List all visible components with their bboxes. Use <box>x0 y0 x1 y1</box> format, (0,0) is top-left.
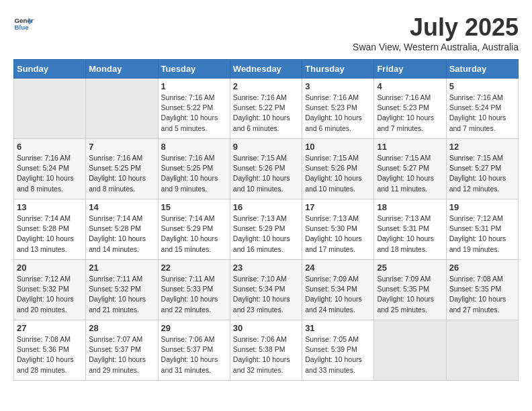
calendar-cell: 11Sunrise: 7:15 AMSunset: 5:27 PMDayligh… <box>374 139 446 199</box>
day-number: 1 <box>161 81 227 91</box>
calendar: SundayMondayTuesdayWednesdayThursdayFrid… <box>13 59 519 381</box>
calendar-cell: 10Sunrise: 7:15 AMSunset: 5:26 PMDayligh… <box>302 139 374 199</box>
calendar-cell: 24Sunrise: 7:09 AMSunset: 5:34 PMDayligh… <box>302 260 374 320</box>
day-info: Sunrise: 7:13 AMSunset: 5:31 PMDaylight:… <box>377 214 443 255</box>
logo: General Blue <box>13 13 34 34</box>
day-number: 23 <box>233 263 299 273</box>
calendar-cell <box>86 79 158 139</box>
day-number: 28 <box>89 323 154 333</box>
calendar-cell: 18Sunrise: 7:13 AMSunset: 5:31 PMDayligh… <box>374 199 446 260</box>
calendar-cell: 31Sunrise: 7:05 AMSunset: 5:39 PMDayligh… <box>302 320 374 381</box>
calendar-cell: 21Sunrise: 7:11 AMSunset: 5:32 PMDayligh… <box>86 260 158 320</box>
calendar-cell: 22Sunrise: 7:11 AMSunset: 5:33 PMDayligh… <box>158 260 230 320</box>
day-number: 27 <box>17 323 83 333</box>
calendar-cell: 28Sunrise: 7:07 AMSunset: 5:37 PMDayligh… <box>86 320 158 381</box>
calendar-cell: 19Sunrise: 7:12 AMSunset: 5:31 PMDayligh… <box>446 199 518 260</box>
calendar-cell: 1Sunrise: 7:16 AMSunset: 5:22 PMDaylight… <box>158 79 230 139</box>
calendar-cell: 4Sunrise: 7:16 AMSunset: 5:23 PMDaylight… <box>374 79 446 139</box>
day-info: Sunrise: 7:15 AMSunset: 5:27 PMDaylight:… <box>449 153 515 194</box>
calendar-week-row: 27Sunrise: 7:08 AMSunset: 5:36 PMDayligh… <box>14 320 519 381</box>
day-number: 9 <box>233 142 299 152</box>
day-number: 6 <box>17 142 83 152</box>
calendar-cell: 29Sunrise: 7:06 AMSunset: 5:37 PMDayligh… <box>158 320 230 381</box>
day-number: 29 <box>161 323 227 333</box>
day-number: 31 <box>305 323 371 333</box>
day-number: 5 <box>449 81 515 91</box>
calendar-cell: 3Sunrise: 7:16 AMSunset: 5:23 PMDaylight… <box>302 79 374 139</box>
day-info: Sunrise: 7:16 AMSunset: 5:23 PMDaylight:… <box>377 93 443 134</box>
calendar-cell: 9Sunrise: 7:15 AMSunset: 5:26 PMDaylight… <box>230 139 302 199</box>
day-number: 19 <box>449 202 515 212</box>
day-number: 13 <box>17 202 83 212</box>
day-number: 20 <box>17 263 83 273</box>
day-info: Sunrise: 7:08 AMSunset: 5:36 PMDaylight:… <box>17 334 83 375</box>
day-number: 2 <box>233 81 299 91</box>
calendar-week-row: 13Sunrise: 7:14 AMSunset: 5:28 PMDayligh… <box>14 199 519 260</box>
day-number: 12 <box>449 142 515 152</box>
day-info: Sunrise: 7:16 AMSunset: 5:25 PMDaylight:… <box>89 153 154 194</box>
day-info: Sunrise: 7:16 AMSunset: 5:25 PMDaylight:… <box>161 153 227 194</box>
logo-icon: General Blue <box>13 13 34 34</box>
calendar-cell: 5Sunrise: 7:16 AMSunset: 5:24 PMDaylight… <box>446 79 518 139</box>
day-info: Sunrise: 7:06 AMSunset: 5:37 PMDaylight:… <box>161 334 227 375</box>
day-number: 21 <box>89 263 154 273</box>
day-number: 30 <box>233 323 299 333</box>
calendar-cell: 25Sunrise: 7:09 AMSunset: 5:35 PMDayligh… <box>374 260 446 320</box>
calendar-week-row: 1Sunrise: 7:16 AMSunset: 5:22 PMDaylight… <box>14 79 519 139</box>
day-number: 24 <box>305 263 371 273</box>
day-info: Sunrise: 7:16 AMSunset: 5:24 PMDaylight:… <box>449 93 515 134</box>
day-number: 15 <box>161 202 227 212</box>
calendar-cell: 6Sunrise: 7:16 AMSunset: 5:24 PMDaylight… <box>14 139 86 199</box>
calendar-header-row: SundayMondayTuesdayWednesdayThursdayFrid… <box>14 60 519 79</box>
calendar-cell: 27Sunrise: 7:08 AMSunset: 5:36 PMDayligh… <box>14 320 86 381</box>
header-cell-friday: Friday <box>374 60 446 79</box>
calendar-cell <box>446 320 518 381</box>
day-number: 22 <box>161 263 227 273</box>
header-cell-sunday: Sunday <box>14 60 86 79</box>
day-number: 8 <box>161 142 227 152</box>
calendar-cell: 13Sunrise: 7:14 AMSunset: 5:28 PMDayligh… <box>14 199 86 260</box>
day-number: 3 <box>305 81 371 91</box>
subtitle: Swan View, Western Australia, Australia <box>353 42 519 52</box>
day-info: Sunrise: 7:05 AMSunset: 5:39 PMDaylight:… <box>305 334 371 375</box>
calendar-cell: 30Sunrise: 7:06 AMSunset: 5:38 PMDayligh… <box>230 320 302 381</box>
day-info: Sunrise: 7:15 AMSunset: 5:27 PMDaylight:… <box>377 153 443 194</box>
calendar-week-row: 6Sunrise: 7:16 AMSunset: 5:24 PMDaylight… <box>14 139 519 199</box>
day-info: Sunrise: 7:16 AMSunset: 5:23 PMDaylight:… <box>305 93 371 134</box>
calendar-cell: 7Sunrise: 7:16 AMSunset: 5:25 PMDaylight… <box>86 139 158 199</box>
calendar-week-row: 20Sunrise: 7:12 AMSunset: 5:32 PMDayligh… <box>14 260 519 320</box>
day-number: 17 <box>305 202 371 212</box>
day-number: 4 <box>377 81 443 91</box>
day-info: Sunrise: 7:10 AMSunset: 5:34 PMDaylight:… <box>233 274 299 315</box>
month-title: July 2025 <box>353 13 519 42</box>
day-info: Sunrise: 7:09 AMSunset: 5:34 PMDaylight:… <box>305 274 371 315</box>
day-info: Sunrise: 7:15 AMSunset: 5:26 PMDaylight:… <box>305 153 371 194</box>
day-info: Sunrise: 7:08 AMSunset: 5:35 PMDaylight:… <box>449 274 515 315</box>
header-cell-monday: Monday <box>86 60 158 79</box>
day-info: Sunrise: 7:06 AMSunset: 5:38 PMDaylight:… <box>233 334 299 375</box>
day-info: Sunrise: 7:14 AMSunset: 5:28 PMDaylight:… <box>89 214 154 255</box>
day-number: 26 <box>449 263 515 273</box>
header-cell-wednesday: Wednesday <box>230 60 302 79</box>
calendar-cell: 2Sunrise: 7:16 AMSunset: 5:22 PMDaylight… <box>230 79 302 139</box>
calendar-cell: 8Sunrise: 7:16 AMSunset: 5:25 PMDaylight… <box>158 139 230 199</box>
header-cell-saturday: Saturday <box>446 60 518 79</box>
calendar-cell: 20Sunrise: 7:12 AMSunset: 5:32 PMDayligh… <box>14 260 86 320</box>
calendar-cell: 23Sunrise: 7:10 AMSunset: 5:34 PMDayligh… <box>230 260 302 320</box>
calendar-cell: 14Sunrise: 7:14 AMSunset: 5:28 PMDayligh… <box>86 199 158 260</box>
day-info: Sunrise: 7:14 AMSunset: 5:29 PMDaylight:… <box>161 214 227 255</box>
day-info: Sunrise: 7:14 AMSunset: 5:28 PMDaylight:… <box>17 214 83 255</box>
day-info: Sunrise: 7:11 AMSunset: 5:32 PMDaylight:… <box>89 274 154 315</box>
day-info: Sunrise: 7:09 AMSunset: 5:35 PMDaylight:… <box>377 274 443 315</box>
day-info: Sunrise: 7:11 AMSunset: 5:33 PMDaylight:… <box>161 274 227 315</box>
calendar-cell: 16Sunrise: 7:13 AMSunset: 5:29 PMDayligh… <box>230 199 302 260</box>
day-info: Sunrise: 7:15 AMSunset: 5:26 PMDaylight:… <box>233 153 299 194</box>
day-number: 16 <box>233 202 299 212</box>
calendar-cell: 26Sunrise: 7:08 AMSunset: 5:35 PMDayligh… <box>446 260 518 320</box>
day-number: 25 <box>377 263 443 273</box>
calendar-cell: 17Sunrise: 7:13 AMSunset: 5:30 PMDayligh… <box>302 199 374 260</box>
header-cell-tuesday: Tuesday <box>158 60 230 79</box>
day-number: 14 <box>89 202 154 212</box>
day-info: Sunrise: 7:16 AMSunset: 5:24 PMDaylight:… <box>17 153 83 194</box>
day-info: Sunrise: 7:12 AMSunset: 5:32 PMDaylight:… <box>17 274 83 315</box>
